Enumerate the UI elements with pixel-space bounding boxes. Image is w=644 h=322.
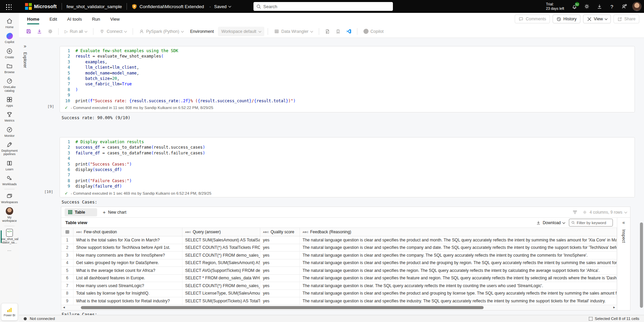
table-cell[interactable]: Total sales by license type for InsightI… [73,290,182,297]
expand-explorer-icon[interactable]: » [24,43,34,49]
tab-table[interactable]: Table [65,208,97,216]
new-chart-button[interactable]: + New chart [103,210,126,215]
table-row[interactable]: 6List all dashboard features in Europe.S… [61,275,617,282]
sidebar-item-create[interactable]: Create [0,46,19,61]
table-cell[interactable]: SELECT COUNT(*) AS TotalTickets FROM de.… [182,244,260,252]
table-cell[interactable]: 7 [61,282,73,289]
table-cell[interactable]: yes [260,236,300,244]
document-title[interactable]: few_shot_validator_sample [67,4,122,9]
table-cell[interactable]: The natural language question is clear a… [300,267,617,274]
table-cell[interactable]: yes [260,244,300,252]
table-cell[interactable]: 2 [61,244,73,252]
vertical-scrollbar-thumb[interactable] [640,222,643,308]
sidebar-item-notebook-selected[interactable]: </> few_shot_validator_sa... [0,228,19,246]
table-cell[interactable]: 4 [61,259,73,267]
keyword-filter-input[interactable] [577,221,610,225]
table-cell[interactable]: List all dashboard features in Europe. [73,275,182,282]
table-cell[interactable]: How many users used StreamLogic? [73,282,182,289]
table-cell[interactable]: The natural language question is clear a… [300,236,617,244]
table-cell[interactable]: Show support tickets for TechNova before… [73,244,182,252]
connection-status[interactable]: Not connected [24,317,55,321]
table-cell[interactable]: SELECT * FROM demo_sales_data WHERE Fe..… [182,275,260,282]
help-button[interactable]: ? [607,1,617,12]
table-row[interactable]: 7How many users used StreamLogic?SELECT … [61,282,617,290]
table-cell[interactable]: Get sales grouped by region for DataSphe… [73,259,182,267]
connect-button[interactable]: Connect [97,27,129,36]
scroll-right-icon[interactable]: ▶ [612,306,617,309]
sidebar-item-copilot[interactable]: Copilot [0,30,19,45]
table-row[interactable]: 1What is the total sales for Xia Core in… [61,236,617,244]
run-all-button[interactable]: ▷Run all [62,27,90,36]
select-all-corner[interactable] [61,228,73,236]
sidebar-item-more[interactable]: ... [0,246,19,253]
sidebar-item-workspaces[interactable]: Workspaces [0,191,19,206]
table-cell[interactable]: yes [260,259,300,267]
share-button[interactable]: Share [614,15,639,23]
explorer-collapsed-panel[interactable]: » Explorer [19,38,34,68]
table-cell[interactable]: yes [260,290,300,297]
table-cell[interactable]: What is the total support tickets for Re… [73,297,182,305]
history-button[interactable]: History [553,15,580,23]
table-cell[interactable]: The natural language question is clear a… [300,290,617,297]
table-cell[interactable]: SELECT AVG(SupportTickets) FROM demo_sa.… [182,267,260,274]
table-cell[interactable]: yes [260,282,300,289]
open-in-vscode-button[interactable] [344,27,354,36]
tab-edit[interactable]: Edit [49,13,57,25]
notifications-button[interactable]: 52 [569,1,579,12]
microsoft-logo[interactable]: Microsoft [25,3,57,10]
table-cell[interactable]: 1 [61,236,73,244]
sensitivity-label[interactable]: Confidential\Microsoft Extended [132,4,204,9]
table-cell[interactable]: What is the total sales for Xia Core in … [73,236,182,244]
search-input[interactable] [263,4,390,9]
table-cell[interactable]: 6 [61,275,73,282]
code-cell-2[interactable]: 1# Display evaluation results2success_df… [60,137,635,197]
save-status[interactable]: · Saved [209,4,231,9]
column-header[interactable]: ABCFew-shot question [73,228,182,236]
table-cell[interactable]: 9 [61,297,73,305]
column-header[interactable]: ABCQuery (answer) [182,228,260,236]
table-cell[interactable]: The natural language question is clear a… [300,297,617,305]
sidebar-item-apps[interactable]: Apps [0,94,19,109]
table-row[interactable]: 2Show support tickets for TechNova befor… [61,244,617,252]
sidebar-item-deployment-pipelines[interactable]: Deployment pipelines [0,139,19,158]
column-header[interactable]: ABCFeedback (Reasoning) [300,228,617,236]
app-launcher-button[interactable] [0,0,16,13]
table-cell[interactable]: The natural language question is clear a… [300,244,617,252]
workspace-selector[interactable]: Workspace default [218,27,264,36]
sidebar-item-metrics[interactable]: Metrics [0,109,19,124]
table-cell[interactable]: yes [260,297,300,305]
sidebar-item-monitor[interactable]: Monitor [0,124,19,139]
sidebar-item-browse[interactable]: Browse [0,61,19,76]
keyword-filter[interactable] [569,219,613,227]
sidebar-item-onelake-catalog[interactable]: OneLake catalog [0,76,19,94]
table-row[interactable]: 4Get sales grouped by region for DataSph… [61,259,617,267]
comments-button[interactable]: Comments [515,15,550,23]
table-cell[interactable]: yes [260,275,300,282]
account-button[interactable] [632,1,642,12]
downloads-button[interactable] [594,1,604,12]
table-cell[interactable]: SELECT SUM(SalesAmount) AS TotalSales FR… [182,236,260,244]
copilot-button[interactable]: Copilot [361,27,386,36]
settings-button[interactable] [45,27,55,36]
table-cell[interactable]: SELECT COUNT(*) FROM demo_sales_data ... [182,252,260,259]
feedback-button[interactable] [619,1,629,12]
table-row[interactable]: 3How many comments are there for InnoSph… [61,252,617,259]
sidebar-item-home[interactable]: Home [0,16,19,30]
sidebar-item-learn[interactable]: Learn [0,158,19,173]
bookmark-button[interactable] [333,27,343,36]
scrollbar-thumb[interactable] [81,306,484,309]
horizontal-scrollbar[interactable]: ◀ ▶ [61,305,617,310]
export-button[interactable] [35,27,44,36]
sidebar-item-workloads[interactable]: Workloads [0,173,19,188]
table-cell[interactable]: The natural language question is clear. … [300,282,617,289]
save-button[interactable] [24,27,33,36]
download-button[interactable]: Download [536,220,565,225]
table-cell[interactable]: 8 [61,290,73,297]
tab-ai-tools[interactable]: AI tools [67,13,82,25]
collapse-left-icon[interactable]: « [622,220,625,225]
filter-icon[interactable] [572,210,578,215]
settings-button[interactable] [582,1,592,12]
trial-indicator[interactable]: Trial: 23 days left [546,2,564,11]
scroll-left-icon[interactable]: ◀ [61,306,67,309]
table-cell[interactable]: The natural language question is clear a… [300,252,617,259]
